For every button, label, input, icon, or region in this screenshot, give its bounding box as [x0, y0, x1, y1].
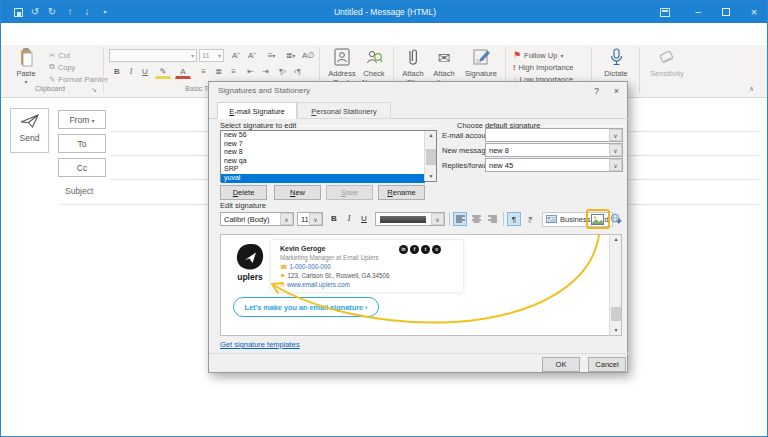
- copy-button[interactable]: ⧉Copy: [49, 61, 75, 73]
- rtl-paragraph-icon[interactable]: ‹¶: [291, 66, 304, 77]
- send-button[interactable]: Send: [10, 108, 49, 153]
- facebook-icon[interactable]: f: [410, 245, 419, 254]
- window-title: Untitled - Message (HTML): [285, 1, 485, 23]
- list-item[interactable]: SRP: [221, 165, 425, 174]
- scroll-thumb[interactable]: [611, 307, 621, 321]
- signature-edit-area[interactable]: uplers Kevin Geroge Marketing Manager at…: [220, 234, 622, 336]
- decrease-indent-icon[interactable]: ⇤: [244, 66, 257, 77]
- list-item[interactable]: new 8: [221, 148, 425, 157]
- bullets-icon[interactable]: ≡▾: [263, 50, 280, 61]
- dialog-title: Signatures and Stationery: [209, 82, 627, 100]
- scroll-thumb[interactable]: [426, 149, 436, 165]
- sig-italic-button[interactable]: I: [343, 213, 355, 224]
- list-scrollbar[interactable]: ▲ ▼: [424, 131, 436, 181]
- cc-button[interactable]: Cc: [58, 158, 106, 177]
- font-size-combo[interactable]: 11▾: [199, 49, 224, 62]
- increase-indent-icon[interactable]: ⇥: [259, 66, 272, 77]
- scroll-down-icon[interactable]: ▼: [425, 172, 437, 181]
- sig-underline-button[interactable]: U: [358, 213, 370, 224]
- clear-formatting-icon[interactable]: A∅: [301, 50, 314, 61]
- combo-caret-icon[interactable]: ∨: [609, 159, 622, 171]
- from-button[interactable]: From ▾: [58, 110, 106, 129]
- redo-icon[interactable]: ↻: [45, 5, 59, 19]
- signature-font-combo[interactable]: Calibri (Body) ∨: [220, 212, 294, 226]
- list-item[interactable]: new 56: [221, 131, 425, 140]
- font-color-combo[interactable]: ∨: [375, 212, 445, 226]
- minimize-button[interactable]: –: [685, 1, 711, 23]
- customize-qat-icon[interactable]: ▾: [98, 5, 112, 19]
- font-color-icon[interactable]: A: [175, 66, 191, 79]
- get-templates-link[interactable]: Get signature templates: [220, 340, 300, 349]
- dialog-help-button[interactable]: ?: [589, 84, 604, 98]
- font-family-combo[interactable]: ▾: [109, 49, 197, 62]
- highlight-color-icon[interactable]: ✎: [155, 66, 171, 79]
- save-icon[interactable]: [11, 5, 25, 19]
- align-left-icon[interactable]: ≡: [197, 66, 210, 77]
- paste-button[interactable]: Paste ▾: [9, 46, 43, 85]
- rename-button[interactable]: Rename: [378, 185, 425, 200]
- high-importance-button[interactable]: ! High Importance: [513, 61, 574, 73]
- underline-button[interactable]: U: [139, 66, 151, 77]
- undo-icon[interactable]: ↺: [28, 5, 42, 19]
- to-button[interactable]: To: [58, 134, 106, 153]
- follow-up-button[interactable]: ⚑ Follow Up ▾: [513, 49, 563, 61]
- maximize-button[interactable]: [713, 1, 739, 23]
- numbering-icon[interactable]: ≣▾: [282, 50, 299, 61]
- insert-hyperlink-icon[interactable]: [609, 211, 623, 227]
- insert-picture-icon[interactable]: [589, 211, 606, 227]
- edit-area-scrollbar[interactable]: ▲ ▼: [609, 235, 621, 335]
- move-down-icon[interactable]: ↓: [80, 5, 94, 19]
- dialog-close-button[interactable]: ×: [609, 84, 624, 98]
- replies-forwards-combo[interactable]: new 45 ∨: [485, 158, 623, 172]
- combo-caret-icon[interactable]: ∨: [280, 213, 293, 225]
- combo-caret-icon[interactable]: ∨: [609, 144, 622, 156]
- align-center-icon[interactable]: ≣: [212, 66, 225, 77]
- signature-size-combo[interactable]: 11 ∨: [297, 212, 323, 226]
- new-button[interactable]: New: [274, 185, 321, 200]
- shrink-font-icon[interactable]: Aˇ: [245, 50, 259, 61]
- scroll-down-icon[interactable]: ▼: [610, 326, 622, 335]
- delete-button[interactable]: Delete: [220, 185, 267, 200]
- combo-caret-icon[interactable]: ∨: [431, 213, 444, 225]
- card-phone[interactable]: 1-000-000-000: [289, 263, 330, 270]
- collapse-ribbon-icon[interactable]: ∧: [749, 85, 754, 93]
- format-painter-button[interactable]: ✎Format Painter: [49, 73, 108, 85]
- ltr-direction-icon[interactable]: ¶: [507, 212, 521, 226]
- tab-personal-stationery[interactable]: Personal Stationery: [297, 102, 391, 119]
- sig-align-right-icon[interactable]: [485, 212, 499, 226]
- rtl-direction-icon[interactable]: ¶: [523, 212, 537, 226]
- move-up-icon[interactable]: ↑: [63, 5, 77, 19]
- cancel-button[interactable]: Cancel: [588, 357, 626, 372]
- combo-caret-icon[interactable]: ∨: [309, 213, 322, 225]
- sig-bold-button[interactable]: B: [328, 213, 340, 224]
- scroll-up-icon[interactable]: ▲: [610, 235, 622, 244]
- card-website[interactable]: www.email.uplers.com: [287, 281, 350, 288]
- email-account-combo[interactable]: ∨: [485, 128, 623, 142]
- sig-align-left-icon[interactable]: [453, 212, 467, 226]
- cut-button[interactable]: ✂Cut: [49, 49, 70, 61]
- sig-align-center-icon[interactable]: [469, 212, 483, 226]
- combo-caret-icon[interactable]: ∨: [609, 129, 622, 141]
- cta-button[interactable]: Let's make you an email signature ›: [233, 297, 379, 317]
- list-item-selected[interactable]: yuval: [221, 174, 425, 183]
- italic-button[interactable]: I: [125, 66, 137, 77]
- close-button[interactable]: ×: [741, 1, 767, 23]
- dictate-button[interactable]: Dictate: [599, 46, 633, 78]
- ok-button[interactable]: OK: [542, 357, 580, 372]
- signature-button[interactable]: Signature: [461, 46, 501, 78]
- bold-button[interactable]: B: [111, 66, 123, 77]
- linkedin-icon[interactable]: in: [399, 245, 408, 254]
- ltr-paragraph-icon[interactable]: ¶›: [276, 66, 289, 77]
- clipboard-dialog-launcher-icon[interactable]: ↘: [91, 86, 97, 94]
- sensitivity-button: Sensitivity: [647, 46, 687, 78]
- tab-email-signature[interactable]: E-mail Signature: [217, 102, 297, 119]
- scroll-up-icon[interactable]: ▲: [425, 131, 437, 140]
- new-messages-combo[interactable]: new 8 ∨: [485, 143, 623, 157]
- list-item[interactable]: new 7: [221, 140, 425, 149]
- align-right-icon[interactable]: ≡: [227, 66, 240, 77]
- ribbon-display-options-icon[interactable]: [653, 1, 677, 23]
- instagram-icon[interactable]: o: [432, 245, 441, 254]
- twitter-icon[interactable]: t: [421, 245, 430, 254]
- grow-font-icon[interactable]: Aˆ: [229, 50, 243, 61]
- list-item[interactable]: new qa: [221, 157, 425, 166]
